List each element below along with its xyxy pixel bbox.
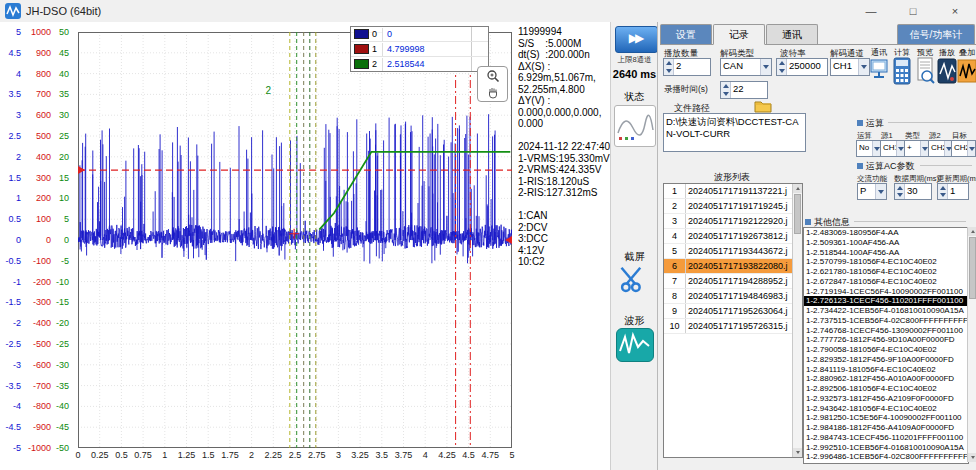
- math-combo-2[interactable]: +: [904, 140, 929, 157]
- other-info-row[interactable]: 1-2.829352-1812F456-9F10A00F0000FD: [804, 355, 968, 365]
- math-combo-0[interactable]: No: [856, 140, 881, 157]
- scroll-thumb[interactable]: [969, 237, 976, 299]
- tab-signal-power[interactable]: 信号/功率计: [897, 24, 975, 44]
- other-info-row[interactable]: 1-2.777726-1812F456-9D10A00F0000FD: [804, 335, 968, 345]
- axis-tick-label: -1: [13, 277, 21, 287]
- other-info-row[interactable]: 1-2.483069-180956F4-AA: [804, 228, 968, 238]
- other-info-scrollbar[interactable]: [967, 227, 976, 462]
- other-info-row[interactable]: 1-2.790058-181056F4-EC10C40E02: [804, 345, 968, 355]
- ac-update-period-spinner[interactable]: 1: [937, 183, 969, 200]
- other-info-row[interactable]: 1-2.672847-181056F4-EC10C40E02: [804, 277, 968, 287]
- channel-color-swatch: [354, 29, 369, 39]
- scroll-up-icon[interactable]: [793, 184, 802, 193]
- folder-icon[interactable]: [754, 99, 772, 113]
- chevron-down-icon[interactable]: [760, 59, 771, 75]
- preview-magnifier-icon[interactable]: [915, 56, 935, 86]
- other-info-row[interactable]: 1-2.621780-181056F4-EC10C40E02: [804, 267, 968, 277]
- waveform-list-row[interactable]: 22024051717191719245.j: [664, 199, 793, 214]
- other-info-row[interactable]: 1-2.734422-1CEB56F4-016810010090A15A: [804, 306, 968, 316]
- waveform-list-row[interactable]: 72024051717194288952.j: [664, 274, 793, 289]
- x-axis: 00.250.50.7511.251.51.7522.252.52.7533.2…: [78, 450, 512, 462]
- waveform-list-row[interactable]: 42024051717192673812.j: [664, 229, 793, 244]
- legend-row[interactable]: 22.518544: [351, 57, 488, 71]
- scroll-down-icon[interactable]: [968, 453, 976, 462]
- fast-play-button[interactable]: ▶▶: [615, 26, 658, 53]
- chevron-down-icon[interactable]: [872, 141, 880, 156]
- channel-legend[interactable]: 0014.79999822.518544: [350, 26, 489, 72]
- scroll-down-icon[interactable]: [793, 448, 802, 457]
- other-info-row[interactable]: 1-2.996486-1CEB56F4-02C800FFFFFFFFFF: [804, 452, 968, 462]
- calculator-icon[interactable]: [892, 56, 912, 86]
- math-combo-3[interactable]: CH2: [928, 140, 953, 157]
- playback-wave-icon[interactable]: [937, 56, 957, 86]
- tab-record[interactable]: 记录: [713, 24, 765, 45]
- waveform-list-row[interactable]: 102024051717195726315.j: [664, 319, 793, 334]
- waveform-list-row[interactable]: 52024051717193443672.j: [664, 244, 793, 259]
- waveform-list-row[interactable]: 32024051717192122920.j: [664, 214, 793, 229]
- other-info-row[interactable]: 1-2.932573-1812F456-A2109F0F0000FD: [804, 394, 968, 404]
- file-path-box[interactable]: D:\快速访问资料\DCCTEST-CAN-VOLT-CURR: [663, 113, 806, 152]
- decode-type-combo[interactable]: CAN: [720, 58, 772, 76]
- other-info-row[interactable]: 1-2.518544-100AF456-AA: [804, 248, 968, 258]
- overlay-wave-icon[interactable]: [957, 56, 976, 86]
- chevron-down-icon[interactable]: [858, 59, 869, 75]
- ac-data-period-spinner[interactable]: 30: [894, 183, 932, 200]
- other-info-row[interactable]: 1-2.992510-1CEB56F4-016810010090A15A: [804, 443, 968, 453]
- screenshot-scissors-icon[interactable]: [619, 264, 649, 294]
- status-wave-indicator[interactable]: [614, 105, 656, 147]
- other-info-row[interactable]: 1-2.737515-1CEB56F4-02C800FFFFFFFFFF: [804, 316, 968, 326]
- waveform-list-row[interactable]: 92024051717195263064.j: [664, 304, 793, 319]
- waveform-list-row[interactable]: 82024051717194846983.j: [664, 289, 793, 304]
- other-info-row[interactable]: 1-2.841119-181056F4-EC10C40E02: [804, 365, 968, 375]
- waveform-list-scrollbar[interactable]: [792, 184, 802, 457]
- legend-row[interactable]: 14.799998: [351, 42, 488, 57]
- other-info-row[interactable]: 1-2.570799-181056F4-EC10C40E02: [804, 257, 968, 267]
- other-info-row[interactable]: 1-2.981250-1C5E56F4-10090002FF001100: [804, 413, 968, 423]
- other-info-row[interactable]: 1-2.509361-100AF456-AA: [804, 238, 968, 248]
- waveform-plot[interactable]: 2: [78, 32, 512, 448]
- minimize-button[interactable]: —: [852, 0, 890, 22]
- other-info-row[interactable]: 1-2.726123-1CECF456-110201FFFF001100: [804, 296, 968, 306]
- legend-row[interactable]: 00: [351, 27, 488, 42]
- maximize-button[interactable]: □: [894, 0, 932, 22]
- other-info-row[interactable]: 1-2.892506-181056F4-EC10C40E02: [804, 384, 968, 394]
- chevron-down-icon[interactable]: [920, 141, 928, 156]
- ac-function-combo[interactable]: P: [857, 183, 887, 200]
- waveform-list-row[interactable]: 62024051717193822080.j: [664, 259, 793, 274]
- play-count-spinner[interactable]: 2: [663, 58, 711, 76]
- chevron-down-icon[interactable]: [875, 184, 886, 199]
- chevron-down-icon[interactable]: [896, 141, 904, 156]
- tab-comm[interactable]: 通讯: [766, 24, 818, 44]
- baud-rate-spinner[interactable]: 250000: [776, 58, 828, 76]
- other-info-row[interactable]: 1-2.984186-1812F456-A4109A0F0000FD: [804, 423, 968, 433]
- other-info-row[interactable]: 1-2.880962-1812F456-A010A00F0000FD: [804, 374, 968, 384]
- scroll-up-icon[interactable]: [968, 227, 976, 236]
- tab-settings[interactable]: 设置: [660, 24, 712, 44]
- other-info-row[interactable]: 1-2.984743-1CECF456-110201FFFF001100: [804, 433, 968, 443]
- readout-line: 0.000: [518, 118, 610, 130]
- other-info-list[interactable]: 1-2.483069-180956F4-AA1-2.509361-100AF45…: [803, 227, 969, 464]
- axis-tick-label: 0.75: [134, 450, 152, 460]
- spinner-arrows[interactable]: [777, 59, 787, 75]
- chevron-down-icon[interactable]: [967, 141, 975, 156]
- comm-monitor-icon[interactable]: [869, 56, 889, 86]
- spinner-arrows[interactable]: [938, 184, 948, 199]
- math-combo-1[interactable]: CH1: [880, 140, 905, 157]
- waveform-list[interactable]: 12024051717191137221.j220240517171917192…: [663, 183, 803, 458]
- math-combo-4[interactable]: CH2: [951, 140, 976, 157]
- spinner-arrows[interactable]: [664, 59, 674, 75]
- scroll-thumb[interactable]: [794, 194, 801, 234]
- close-button[interactable]: ×: [936, 0, 974, 22]
- zoom-tools[interactable]: [477, 66, 508, 102]
- waveform-list-row[interactable]: 12024051717191137221.j: [664, 184, 793, 199]
- axis-tick-label: -200: [33, 277, 51, 287]
- decode-channel-combo[interactable]: CH1: [830, 58, 870, 76]
- other-info-row[interactable]: 1-2.943642-181056F4-EC10C40E02: [804, 404, 968, 414]
- spinner-arrows[interactable]: [895, 184, 905, 199]
- waveform-view-button[interactable]: [616, 328, 654, 362]
- other-info-row[interactable]: 1-2.746768-1CECF456-13090002FF001100: [804, 326, 968, 336]
- spinner-arrows[interactable]: [721, 82, 731, 98]
- other-info-row[interactable]: 1-2.719194-1CEC56F4-10090002FF001100: [804, 287, 968, 297]
- record-time-spinner[interactable]: 22: [720, 81, 768, 99]
- axis-tick-label: 1.75: [221, 450, 239, 460]
